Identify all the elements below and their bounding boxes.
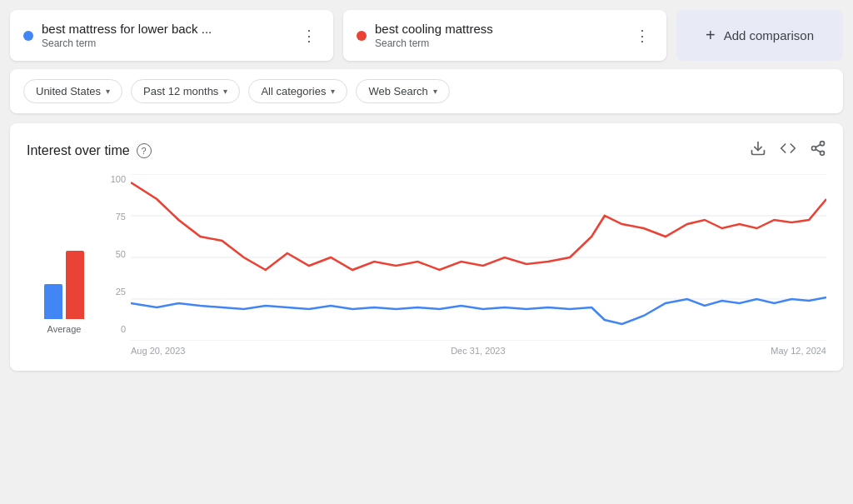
main-chart: 100 75 50 25 0 <box>102 174 826 357</box>
filter-period[interactable]: Past 12 months ▾ <box>131 79 240 103</box>
chart-body: Average 100 75 50 25 0 <box>27 174 826 357</box>
top-section: best mattress for lower back ... Search … <box>10 10 843 61</box>
card2-more-icon[interactable]: ⋮ <box>631 23 653 48</box>
filter-period-label: Past 12 months <box>143 85 218 97</box>
filter-searchtype[interactable]: Web Search ▾ <box>356 79 449 103</box>
filter-country-label: United States <box>36 85 101 97</box>
y-label-75: 75 <box>116 212 126 222</box>
chart-header: Interest over time ? <box>27 140 826 161</box>
avg-bar-blue <box>44 284 62 319</box>
y-label-50: 50 <box>116 249 126 259</box>
card1-more-icon[interactable]: ⋮ <box>298 23 320 48</box>
filter-category[interactable]: All categories ▾ <box>248 79 347 103</box>
y-label-0: 0 <box>121 324 126 334</box>
red-line <box>131 182 826 270</box>
filter-country[interactable]: United States ▾ <box>23 79 122 103</box>
card1-term: best mattress for lower back ... <box>42 22 212 36</box>
x-label-may: May 12, 2024 <box>771 346 826 356</box>
filter-bar: United States ▾ Past 12 months ▾ All cat… <box>10 69 843 113</box>
avg-bars <box>44 194 84 319</box>
y-label-25: 25 <box>116 287 126 297</box>
chart-actions <box>750 140 826 161</box>
x-label-dec: Dec 31, 2023 <box>451 346 505 356</box>
blue-line <box>131 297 826 324</box>
plus-icon: + <box>706 26 716 45</box>
share-icon[interactable] <box>810 140 826 161</box>
chevron-down-icon-period: ▾ <box>223 87 227 96</box>
help-icon[interactable]: ? <box>137 143 152 158</box>
card1-type: Search term <box>42 37 212 49</box>
add-comparison-card[interactable]: + Add comparison <box>676 10 843 61</box>
add-comparison-label: Add comparison <box>724 28 814 42</box>
chevron-down-icon-category: ▾ <box>331 87 335 96</box>
card2-term: best cooling mattress <box>375 22 493 36</box>
avg-bar-red <box>66 251 84 319</box>
embed-icon[interactable] <box>780 140 796 161</box>
chart-title: Interest over time <box>27 143 130 158</box>
x-axis-labels: Aug 20, 2023 Dec 31, 2023 May 12, 2024 <box>131 341 826 357</box>
card2-type: Search term <box>375 37 493 49</box>
search-card-2: best cooling mattress Search term ⋮ <box>343 10 666 61</box>
search-card-1: best mattress for lower back ... Search … <box>10 10 333 61</box>
chart-card: Interest over time ? <box>10 123 843 371</box>
chart-title-row: Interest over time ? <box>27 143 152 158</box>
avg-label: Average <box>47 324 82 334</box>
avg-section: Average <box>27 174 102 357</box>
y-axis: 100 75 50 25 0 <box>102 174 131 334</box>
filter-searchtype-label: Web Search <box>368 85 427 97</box>
download-icon[interactable] <box>750 140 766 161</box>
svg-line-4 <box>816 149 821 152</box>
y-label-100: 100 <box>111 174 126 184</box>
chevron-down-icon-searchtype: ▾ <box>433 87 437 96</box>
chart-svg <box>131 174 826 341</box>
card1-dot <box>23 31 33 41</box>
chevron-down-icon-country: ▾ <box>106 87 110 96</box>
filter-category-label: All categories <box>261 85 326 97</box>
svg-line-5 <box>816 144 821 147</box>
x-label-aug: Aug 20, 2023 <box>131 346 185 356</box>
card2-dot <box>357 31 367 41</box>
chart-area <box>131 174 826 341</box>
